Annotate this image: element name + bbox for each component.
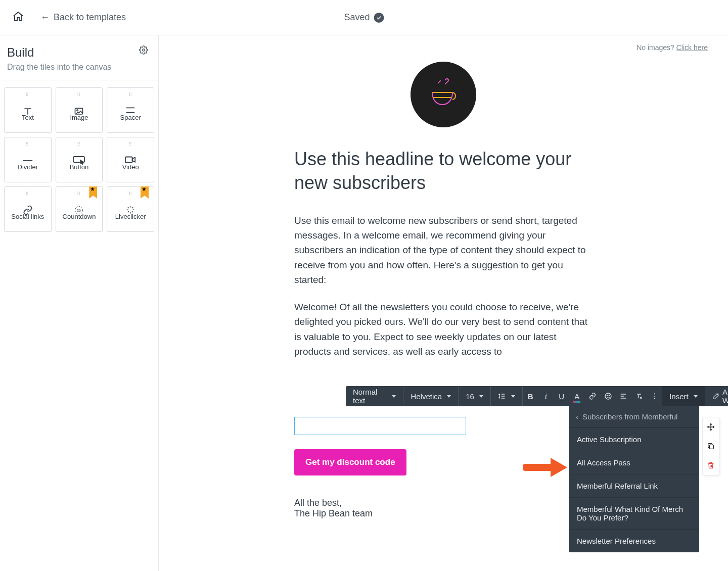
tile-spacer[interactable]: ⠿ Spacer [107,87,154,133]
tile-countdown[interactable]: ⠿ 30 Countdown [56,186,103,232]
spacer-icon [125,106,136,116]
build-sidebar: Build Drag the tiles into the canvas ⠿ T… [0,35,159,571]
grip-icon: ⠿ [77,191,81,197]
emoji-button[interactable] [600,386,616,406]
video-icon [125,156,136,166]
sidebar-title: Build [7,45,151,60]
grip-icon: ⠿ [25,92,30,98]
grip-icon: ⠿ [25,191,30,197]
button-icon [73,156,85,167]
chevron-down-icon [447,395,451,398]
text-icon [23,106,33,118]
home-icon[interactable] [12,11,24,25]
premium-badge-icon [141,186,149,199]
arrow-left-icon: ← [40,12,50,23]
svg-point-9 [609,395,609,396]
svg-point-11 [654,396,655,397]
saved-label: Saved [344,12,370,23]
tile-image[interactable]: ⠿ Image [56,87,103,133]
insert-dropdown: ‹ Subscribers from Memberful Active Subs… [569,406,699,552]
svg-point-10 [654,393,655,394]
email-headline[interactable]: Use this headline to welcome your new su… [294,148,593,195]
email-paragraph-1[interactable]: Use this email to welcome new subscriber… [294,213,593,288]
tile-text[interactable]: ⠿ Text [4,87,52,133]
divider-icon [22,156,33,165]
clear-format-button[interactable] [631,386,647,406]
dropdown-back[interactable]: ‹ Subscribers from Memberful [569,406,699,427]
no-images-notice: No images? Click here [179,43,708,52]
save-status: Saved [344,12,384,23]
grip-icon: ⠿ [77,92,81,98]
dropdown-item-newsletter-preferences[interactable]: Newsletter Preferences [569,529,699,552]
svg-point-7 [605,393,611,399]
chevron-left-icon: ‹ [576,412,578,421]
font-size-select[interactable]: 16 [459,386,491,406]
top-bar: ← Back to templates Saved [0,0,728,35]
dropdown-item-merch-preference[interactable]: Memberful What Kind Of Merch Do You Pref… [569,497,699,529]
signature-line-2[interactable]: The Hip Bean team [294,508,593,519]
active-text-block[interactable] [294,417,466,435]
tile-video[interactable]: ⠿ Video [107,137,154,182]
svg-text:30: 30 [77,209,81,212]
chevron-down-icon [392,395,396,398]
dropdown-item-memberful-referral-link[interactable]: Memberful Referral Link [569,474,699,497]
grip-icon: ⠿ [25,141,30,147]
block-actions [702,417,719,475]
svg-rect-13 [709,445,713,449]
check-circle-icon [374,13,384,23]
tile-button[interactable]: ⠿ Button [56,137,103,182]
align-button[interactable] [616,386,631,406]
annotation-arrow-icon [523,455,568,482]
premium-badge-icon [89,186,97,199]
signature-line-1[interactable]: All the best, [294,498,593,508]
image-icon [74,106,84,118]
insert-menu-button[interactable]: Insert [662,386,705,406]
countdown-icon: 30 [74,205,84,217]
underline-button[interactable]: U [554,386,569,406]
grip-icon: ⠿ [77,141,81,147]
brand-logo [411,62,476,127]
font-family-select[interactable]: Helvetica [403,386,459,406]
more-button[interactable] [647,386,663,406]
text-toolbar: Normal text Helvetica 16 B i U A Insert … [346,386,728,406]
duplicate-block-button[interactable] [703,437,719,456]
delete-block-button[interactable] [703,456,719,475]
link-button[interactable] [585,386,601,406]
dropdown-item-active-subscription[interactable]: Active Subscription [569,427,699,451]
sparkle-icon [126,205,135,216]
svg-rect-4 [125,157,132,163]
text-color-button[interactable]: A [569,386,585,406]
email-canvas: No images? Click here Use this headline … [159,35,728,571]
link-icon [23,205,33,217]
tile-social-links[interactable]: ⠿ Social links [4,186,52,232]
bold-button[interactable]: B [523,386,538,406]
back-label: Back to templates [54,12,126,23]
email-paragraph-2[interactable]: Welcome! Of all the newsletters you coul… [294,300,593,359]
svg-point-2 [77,110,78,111]
svg-point-12 [654,398,655,399]
back-to-templates-link[interactable]: ← Back to templates [40,12,126,23]
grip-icon: ⠿ [128,92,133,98]
grip-icon: ⠿ [128,141,133,147]
line-height-select[interactable] [491,386,523,406]
sidebar-subtitle: Drag the tiles into the canvas [7,63,151,72]
chevron-down-icon [511,395,515,398]
gear-icon[interactable] [139,45,148,57]
cta-button[interactable]: Get my discount code [294,449,406,475]
italic-button[interactable]: i [538,386,554,406]
no-images-link[interactable]: Click here [676,43,708,52]
svg-point-8 [607,395,607,396]
paragraph-style-select[interactable]: Normal text [346,386,403,406]
tile-divider[interactable]: ⠿ Divider [4,137,52,182]
move-block-button[interactable] [703,417,719,437]
svg-point-0 [143,49,145,52]
ai-writer-button[interactable]: AI Writer [705,386,728,406]
grip-icon: ⠿ [128,191,133,197]
chevron-down-icon [479,395,483,398]
chevron-down-icon [694,395,698,398]
tile-liveclicker[interactable]: ⠿ Liveclicker [107,186,154,232]
dropdown-item-all-access-pass[interactable]: All Access Pass [569,451,699,474]
